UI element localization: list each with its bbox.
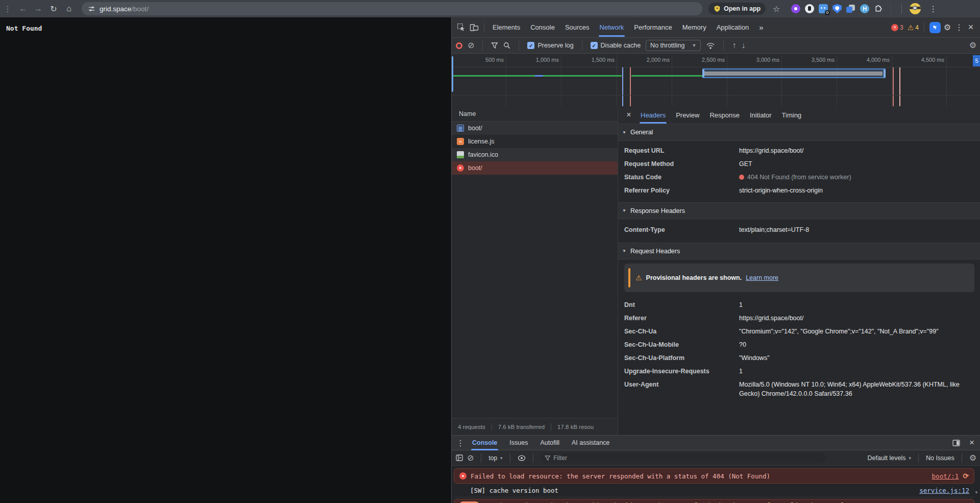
tab-sources[interactable]: Sources [560, 17, 595, 38]
export-har-icon[interactable]: ↓ [741, 41, 745, 50]
devtools-close-icon[interactable]: × [964, 22, 977, 33]
site-settings-icon[interactable] [88, 5, 95, 13]
tab-performance[interactable]: Performance [629, 17, 677, 38]
issues-counter[interactable]: No Issues [926, 454, 954, 462]
extension-ghost-icon[interactable]: 0 [819, 4, 828, 13]
console-error-message-clipped[interactable]: boot Service Worker updated, consider ch… [454, 499, 974, 503]
response-headers-section-header[interactable]: ▼ Response Headers [618, 202, 980, 219]
tab-network[interactable]: Network [595, 17, 629, 38]
error-count-badge[interactable]: × 3 [891, 24, 903, 31]
console-messages: × Failed to load resource: the server re… [452, 466, 980, 503]
devtools-menu-kebab-icon[interactable]: ⋮ [954, 22, 964, 32]
overview-left-handle[interactable] [452, 56, 453, 92]
bookmark-star-icon[interactable]: ☆ [769, 4, 784, 14]
search-icon[interactable] [503, 42, 510, 49]
source-link[interactable]: boot/:1 [932, 472, 959, 480]
header-row: Status Code 404 Not Found (from service … [618, 171, 980, 184]
selection-right-handle[interactable] [884, 69, 886, 77]
window-grip-icon[interactable]: ⋮ [0, 4, 15, 14]
tab-console[interactable]: Console [525, 17, 560, 38]
reload-icon[interactable]: ↻ [46, 4, 61, 14]
console-settings-gear-icon[interactable]: ⚙ [969, 454, 976, 462]
extension-shield-icon[interactable] [832, 4, 842, 13]
throttling-select[interactable]: No throttling ▼ [646, 40, 701, 51]
drawer-tab-console[interactable]: Console [466, 435, 503, 450]
record-network-log-icon[interactable] [456, 42, 462, 49]
back-icon[interactable]: ← [15, 4, 31, 13]
extension-pinwheel-icon[interactable] [791, 4, 800, 13]
timeline-blue-segment [535, 75, 543, 77]
open-in-app-label: Open in app [724, 5, 761, 12]
url-path: /boot/ [131, 5, 149, 13]
console-error-message[interactable]: × Failed to load resource: the server re… [454, 468, 974, 484]
drawer-tab-issues[interactable]: Issues [503, 435, 534, 450]
console-levels-selector[interactable]: Default levels ▾ [867, 454, 911, 462]
disclosure-triangle-icon: ▼ [622, 249, 626, 253]
filter-funnel-icon[interactable] [491, 42, 498, 49]
request-list: Name boot/ ‹› license.js favicon.ico × b… [452, 106, 618, 418]
header-row: Sec-Ch-Ua-Platform "Windows" [618, 351, 980, 365]
devtools-settings-gear-icon[interactable]: ⚙ [941, 22, 954, 32]
request-row-error-selected[interactable]: × boot/ [452, 161, 618, 175]
network-settings-gear-icon[interactable]: ⚙ [969, 41, 976, 50]
drawer-close-icon[interactable]: × [966, 438, 977, 448]
browser-menu-kebab-icon[interactable]: ⋮ [925, 4, 941, 14]
drawer-tab-autofill[interactable]: Autofill [534, 435, 566, 450]
tab-preview[interactable]: Preview [671, 106, 704, 124]
requests-count: 4 requests [452, 424, 492, 430]
extension-h-icon[interactable]: H [860, 4, 869, 13]
open-in-app-button[interactable]: Open in app [708, 3, 766, 15]
forward-icon[interactable]: → [31, 4, 46, 13]
console-context-selector[interactable]: top ▾ [488, 454, 502, 462]
close-detail-icon[interactable]: × [622, 110, 635, 119]
status-code-value: 404 Not Found (from service worker) [739, 173, 974, 182]
console-log-message[interactable]: [SW] cache version boot service.js:12 [454, 484, 974, 497]
tab-response[interactable]: Response [704, 106, 745, 124]
warning-count-badge[interactable]: ⚠ 4 [908, 23, 919, 32]
live-expression-eye-icon[interactable] [518, 455, 526, 461]
tab-headers[interactable]: Headers [635, 106, 671, 124]
console-sidebar-icon[interactable] [456, 454, 463, 461]
tab-elements[interactable]: Elements [487, 17, 525, 38]
network-overview-timeline[interactable]: 500 ms 1,000 ms 1,500 ms 2,000 ms 2,500 … [452, 54, 980, 106]
home-icon[interactable]: ⌂ [61, 4, 77, 13]
tab-memory[interactable]: Memory [677, 17, 712, 38]
extensions-puzzle-icon[interactable] [874, 5, 883, 13]
inspect-element-icon[interactable] [457, 23, 465, 32]
source-link[interactable]: service.js:12 [919, 487, 969, 494]
clear-console-icon[interactable]: ⊘ [467, 454, 474, 462]
learn-more-link[interactable]: Learn more [746, 274, 778, 281]
warning-icon: ⚠ [908, 23, 914, 32]
device-toolbar-icon[interactable] [470, 23, 479, 32]
disable-cache-checkbox[interactable]: ✓ Disable cache [591, 42, 641, 49]
tab-initiator[interactable]: Initiator [745, 106, 777, 124]
request-row[interactable]: boot/ [452, 122, 618, 135]
request-row[interactable]: ‹› license.js [452, 135, 618, 148]
import-har-icon[interactable]: ↑ [732, 41, 736, 50]
extension-hand-icon[interactable] [805, 4, 814, 13]
more-tabs-icon[interactable]: » [754, 17, 768, 38]
header-row: Referer https://grid.space/boot/ [618, 312, 980, 325]
split-panel-icon[interactable] [952, 440, 960, 446]
ruler-label: 500 ms [453, 57, 504, 63]
extension-pages-icon[interactable] [846, 4, 855, 13]
request-list-name-header[interactable]: Name [452, 106, 618, 122]
address-bar[interactable]: grid.space/boot/ [82, 2, 702, 15]
drawer-tab-ai-assistance[interactable]: AI assistance [566, 435, 616, 450]
header-row: Sec-Ch-Ua "Chromium";v="142", "Google Ch… [618, 325, 980, 338]
scrollbar-down-icon[interactable]: ▼ [974, 490, 978, 495]
preserve-log-checkbox[interactable]: ✓ Preserve log [527, 42, 573, 49]
network-conditions-icon[interactable] [706, 42, 715, 50]
request-row[interactable]: favicon.ico [452, 148, 618, 161]
drawer-menu-kebab-icon[interactable]: ⋮ [455, 438, 466, 448]
ruler-label: 2,500 ms [674, 57, 725, 63]
request-headers-section-header[interactable]: ▼ Request Headers [618, 243, 980, 259]
profile-avatar[interactable] [910, 3, 921, 14]
console-filter-input[interactable] [541, 453, 826, 463]
clear-network-log-icon[interactable]: ⊘ [468, 41, 474, 50]
tab-timing[interactable]: Timing [777, 106, 807, 124]
tab-application[interactable]: Application [712, 17, 754, 38]
general-section-header[interactable]: ▼ General [618, 124, 980, 141]
overview-selection-window[interactable] [702, 68, 886, 78]
device-ai-chip-icon[interactable] [929, 22, 941, 33]
